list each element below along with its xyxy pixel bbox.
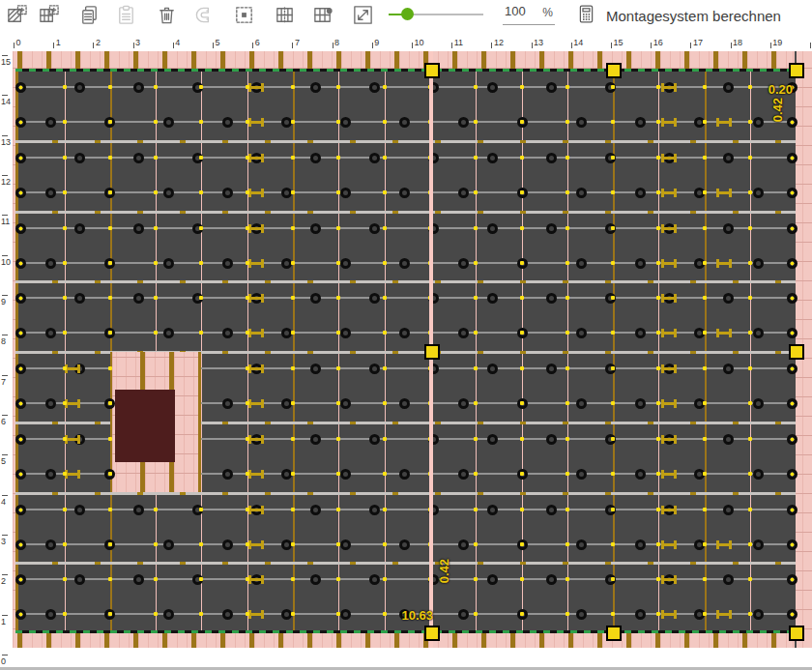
selection-handle[interactable]	[606, 626, 622, 641]
grid-dot	[246, 261, 249, 265]
grid-dot	[566, 156, 569, 160]
module-clamp	[661, 329, 677, 337]
roof-hook	[15, 434, 26, 445]
grid-dot	[474, 401, 478, 405]
grid-dot	[520, 261, 524, 265]
grid-dot	[199, 190, 203, 194]
module-clamp	[716, 259, 732, 268]
grid-dot	[474, 85, 478, 89]
grid-dot	[199, 85, 203, 89]
grid-dot	[246, 542, 249, 546]
module-clamp	[248, 118, 264, 127]
roof-hook	[310, 434, 321, 445]
add-module-field-button[interactable]	[37, 4, 60, 27]
selection-handle[interactable]	[789, 63, 804, 78]
roof-hook	[458, 398, 469, 409]
grid-dot	[154, 261, 158, 265]
grid-dot	[154, 612, 158, 616]
ruler-left-label: 9	[1, 297, 6, 306]
selection-handle[interactable]	[424, 626, 440, 641]
zoom-slider[interactable]	[389, 14, 483, 15]
grid-dot	[474, 261, 478, 265]
resize-diagonal-button[interactable]	[351, 4, 374, 27]
roof-hook	[133, 153, 144, 163]
calculate-mounting-system-button[interactable]: Montagesystem berechnen	[570, 1, 787, 30]
ruler-top-label: 15	[614, 38, 624, 47]
roof-hook	[45, 539, 56, 550]
grid-dot	[291, 401, 295, 405]
grid-dot	[520, 401, 524, 405]
zoom-level-input[interactable]	[503, 2, 534, 18]
grid-dot	[108, 261, 112, 265]
grid-dot	[566, 437, 569, 441]
roof-obstacle[interactable]	[115, 390, 175, 462]
grid-dot	[520, 612, 524, 616]
selection-handle[interactable]	[789, 626, 804, 641]
roof-hook	[787, 505, 798, 515]
ruler-top-label: 11	[454, 38, 463, 47]
selection-handle[interactable]	[606, 63, 622, 78]
roof-hook	[458, 469, 469, 480]
grid-dot	[611, 401, 615, 405]
selection-handle[interactable]	[424, 344, 440, 360]
zoom-slider-thumb[interactable]	[401, 8, 414, 20]
roof-hook	[340, 398, 351, 409]
grid-dot	[246, 120, 249, 124]
grid-dot	[748, 156, 752, 160]
selection-handle[interactable]	[424, 63, 440, 78]
grid-dot	[748, 577, 752, 581]
ruler-left-label: 15	[1, 57, 11, 67]
grid-dot	[748, 612, 752, 616]
grid-dot	[63, 85, 67, 89]
add-roof-area-button[interactable]	[5, 4, 28, 27]
selection-handle[interactable]	[789, 344, 804, 360]
split-module-field-button[interactable]	[273, 4, 296, 27]
module-clamp	[65, 435, 80, 444]
roof-hook	[369, 153, 380, 163]
grid-dot	[246, 437, 249, 441]
module-clamp	[716, 189, 732, 197]
module-clamp	[661, 189, 677, 197]
grid-dot	[199, 296, 203, 300]
grid-dot	[520, 156, 524, 160]
grid-dot	[748, 366, 752, 370]
grid-dot	[383, 190, 387, 194]
ruler-top-label: 18	[733, 38, 742, 47]
mounting-planner-app: % Montagesystem berechnen 01234567891011…	[0, 0, 812, 670]
ruler-tick	[252, 43, 253, 48]
grid-dot	[291, 190, 295, 194]
center-selection-button[interactable]	[232, 4, 255, 27]
ruler-top-label: 1	[56, 38, 61, 47]
grid-dot	[656, 331, 660, 335]
roof-hook	[753, 258, 764, 269]
grid-dot	[611, 612, 615, 616]
grid-dot	[520, 85, 524, 89]
center-select-icon	[233, 15, 255, 29]
roof-hook	[787, 398, 798, 409]
roof-hook	[753, 188, 764, 198]
roof-hook	[576, 258, 587, 269]
ruler-tick	[2, 615, 8, 616]
grid-dot	[154, 508, 158, 511]
module-clamp	[248, 435, 264, 444]
ruler-tick	[611, 43, 612, 48]
roof-hook	[546, 364, 557, 374]
ruler-tick	[2, 95, 8, 96]
delete-button[interactable]	[155, 4, 178, 27]
grid-dot	[703, 542, 707, 546]
roof-hook	[546, 223, 557, 234]
ruler-left-label: 0	[1, 656, 6, 666]
grid-dot	[383, 85, 387, 89]
copy-button[interactable]	[77, 4, 101, 27]
grid-dot	[748, 120, 752, 124]
grid-dot	[520, 577, 524, 581]
grid-dot	[246, 331, 249, 335]
roof-hook	[15, 364, 26, 374]
roof-hook	[787, 539, 798, 550]
field-snapshot-button[interactable]	[311, 4, 334, 27]
grid-dot	[246, 190, 249, 194]
grid-dot	[108, 508, 112, 511]
ruler-left-label: 6	[1, 417, 6, 426]
grid-dot	[63, 401, 67, 405]
grid-dot	[520, 542, 524, 546]
